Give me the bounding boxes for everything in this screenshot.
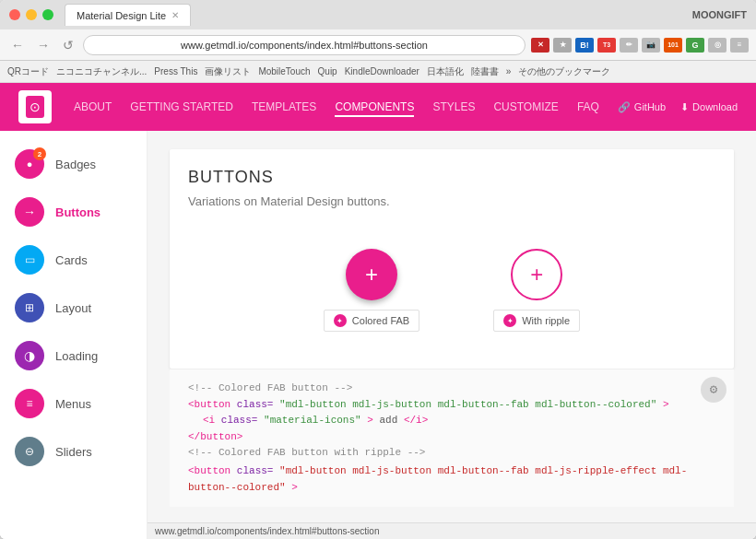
- github-link-icon: 🔗: [618, 101, 631, 113]
- bookmark-kindle[interactable]: KindleDownloader: [345, 66, 419, 76]
- toolbar-icon-5: ✏: [620, 38, 638, 53]
- colored-fab-label-icon: ✦: [334, 314, 347, 327]
- browser-tab[interactable]: Material Design Lite ✕: [65, 4, 191, 26]
- code-section: <!-- Colored FAB button --> <button clas…: [170, 369, 734, 507]
- code-line-3: </button>: [188, 429, 715, 446]
- mdl-nav: ABOUT GETTING STARTED TEMPLATES COMPONEN…: [74, 97, 599, 117]
- ripple-fab-label-icon-symbol: ✦: [507, 317, 514, 325]
- badges-icon: ● 2: [15, 149, 44, 179]
- bookmark-mobile[interactable]: MobileTouch: [258, 66, 310, 76]
- colored-fab-label-row: ✦ Colored FAB: [324, 310, 419, 332]
- github-label: GitHub: [634, 101, 666, 112]
- url-bar[interactable]: www.getmdl.io/components/index.html#butt…: [83, 35, 526, 55]
- ripple-fab-button[interactable]: +: [511, 249, 562, 300]
- settings-icon[interactable]: ⚙: [701, 377, 726, 403]
- github-button[interactable]: 🔗 GitHub: [618, 101, 666, 113]
- menus-icon-symbol: ≡: [26, 397, 32, 410]
- close-button[interactable]: [9, 9, 20, 20]
- url-text: www.getmdl.io/components/index.html#butt…: [181, 40, 428, 51]
- section-subtitle: Variations on Material Design buttons.: [188, 194, 715, 208]
- toolbar-icon-3: B!: [575, 38, 594, 53]
- sidebar-label-loading: Loading: [55, 349, 98, 363]
- loading-icon: ◑: [15, 341, 44, 370]
- sidebar-label-sliders: Sliders: [55, 445, 92, 459]
- site-content: ⊙ ABOUT GETTING STARTED TEMPLATES COMPON…: [0, 83, 756, 539]
- loading-icon-symbol: ◑: [24, 348, 35, 363]
- bookmark-nico[interactable]: ニコニコチャンネル...: [56, 65, 147, 78]
- sidebar-item-badges[interactable]: ● 2 Badges: [0, 140, 147, 188]
- nav-about[interactable]: ABOUT: [74, 97, 112, 117]
- download-icon: ⬇: [680, 101, 689, 113]
- sidebar-item-buttons[interactable]: → Buttons: [0, 188, 147, 236]
- sidebar-item-sliders[interactable]: ⊖ Sliders: [0, 428, 147, 475]
- code-line-comment1: <!-- Colored FAB button -->: [188, 381, 715, 397]
- sidebar-item-cards[interactable]: ▭ Cards: [0, 236, 147, 284]
- toolbar-icon-8: G: [686, 38, 704, 53]
- nav-getting-started[interactable]: GETTING STARTED: [130, 97, 233, 117]
- back-button[interactable]: ←: [7, 36, 28, 54]
- fab-demo: + ✦ Colored FAB: [188, 230, 715, 350]
- code-line-5: <button class= "mdl-button mdl-js-button…: [188, 463, 715, 496]
- sidebar-item-loading[interactable]: ◑ Loading: [0, 332, 147, 380]
- bookmark-ja[interactable]: 日本語化: [427, 65, 464, 78]
- fab-label-icon-symbol: ✦: [337, 317, 343, 325]
- bookmark-quip[interactable]: Quip: [318, 66, 337, 76]
- menus-icon: ≡: [15, 389, 44, 418]
- colored-fab-label: Colored FAB: [352, 315, 409, 326]
- badges-icon-symbol: ●: [27, 158, 33, 170]
- code-line-comment2: <!-- Colored FAB button with ripple -->: [188, 445, 715, 462]
- buttons-icon-symbol: →: [23, 205, 36, 219]
- tab-label: Material Design Lite: [77, 10, 166, 21]
- sidebar-label-layout: Layout: [55, 301, 91, 315]
- moongift-label: MOONGIFT: [692, 9, 747, 20]
- sidebar-item-menus[interactable]: ≡ Menus: [0, 380, 147, 428]
- buttons-icon: →: [15, 197, 44, 227]
- bookmark-other[interactable]: その他のブックマーク: [518, 65, 610, 78]
- sliders-icon: ⊖: [15, 437, 44, 466]
- sidebar-item-layout[interactable]: ⊞ Layout: [0, 284, 147, 332]
- code-line-2: <i class= "material-icons" > add </i>: [188, 413, 715, 429]
- sidebar-label-badges: Badges: [55, 158, 96, 171]
- main-layout: ● 2 Badges → Buttons ▭ Cards: [0, 131, 756, 539]
- cards-icon-symbol: ▭: [25, 253, 35, 266]
- ripple-fab-label: With ripple: [522, 315, 570, 326]
- status-url: www.getmdl.io/components/index.html#butt…: [155, 526, 379, 536]
- mdl-logo: ⊙: [18, 90, 52, 123]
- sliders-icon-symbol: ⊖: [25, 445, 34, 458]
- nav-styles[interactable]: STYLES: [432, 97, 475, 117]
- refresh-button[interactable]: ↺: [59, 36, 77, 54]
- nav-faq[interactable]: FAQ: [577, 97, 599, 117]
- layout-icon: ⊞: [15, 293, 44, 322]
- layout-icon-symbol: ⊞: [25, 301, 34, 314]
- traffic-lights: [9, 9, 53, 20]
- bookmark-press[interactable]: Press This: [154, 66, 197, 76]
- toolbar-icon-1: ✕: [531, 38, 549, 53]
- forward-button[interactable]: →: [33, 36, 53, 54]
- colored-fab-button[interactable]: +: [346, 249, 397, 300]
- mdl-logo-icon: ⊙: [30, 100, 41, 114]
- status-bar: www.getmdl.io/components/index.html#butt…: [148, 522, 756, 539]
- maximize-button[interactable]: [42, 9, 53, 20]
- buttons-section: BUTTONS Variations on Material Design bu…: [170, 149, 734, 369]
- nav-customize[interactable]: CUSTOMIZE: [493, 97, 558, 117]
- toolbar-icon-4: T3: [597, 38, 616, 53]
- bookmark-more[interactable]: »: [506, 66, 512, 76]
- bookmark-qr[interactable]: QRコード: [7, 65, 49, 78]
- nav-templates[interactable]: TEMPLATES: [252, 97, 316, 117]
- nav-components[interactable]: COMPONENTS: [335, 97, 414, 117]
- ripple-fab-label-icon: ✦: [503, 314, 516, 327]
- download-button[interactable]: ⬇ Download: [680, 101, 738, 113]
- browser-window: Material Design Lite ✕ MOONGIFT ← → ↺ ww…: [0, 0, 756, 539]
- sidebar-label-menus: Menus: [55, 397, 91, 411]
- bookmark-riku[interactable]: 陸書書: [471, 65, 499, 78]
- content-area: BUTTONS Variations on Material Design bu…: [148, 131, 756, 522]
- tab-close-icon[interactable]: ✕: [171, 10, 179, 20]
- sidebar: ● 2 Badges → Buttons ▭ Cards: [0, 131, 148, 539]
- sidebar-label-cards: Cards: [55, 253, 88, 267]
- minimize-button[interactable]: [26, 9, 37, 20]
- fab-container-2: + ✦ With ripple: [493, 249, 580, 332]
- address-bar: ← → ↺ www.getmdl.io/components/index.htm…: [0, 29, 756, 61]
- title-bar: Material Design Lite ✕ MOONGIFT: [0, 0, 756, 29]
- bookmark-img[interactable]: 画像リスト: [205, 65, 251, 78]
- bookmarks-bar: QRコード ニコニコチャンネル... Press This 画像リスト Mobi…: [0, 61, 756, 83]
